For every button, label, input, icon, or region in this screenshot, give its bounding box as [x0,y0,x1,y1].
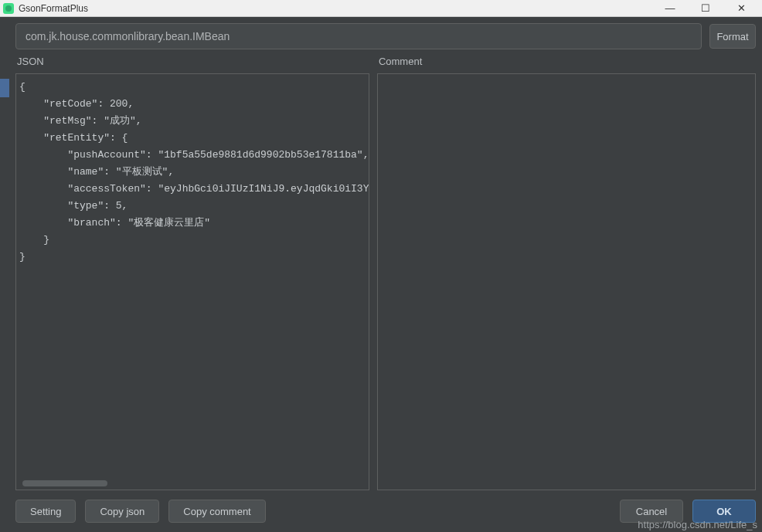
top-row: Format [15,23,756,49]
json-horizontal-scrollbar[interactable] [22,480,107,486]
json-text[interactable]: { "retCode": 200, "retMsg": "成功", "retEn… [16,74,369,270]
footer-row: Setting Copy json Copy comment Cancel OK [15,500,756,526]
sidebar-highlight [0,79,9,97]
ok-button[interactable]: OK [692,500,756,523]
titlebar: GsonFormatPlus — ☐ ✕ [0,0,762,17]
comment-editor[interactable] [377,73,756,490]
dialog-body: Format JSON Comment { "retCode": 200, "r… [9,17,762,532]
window-controls: — ☐ ✕ [652,0,759,17]
comment-label: Comment [369,56,756,70]
copy-json-button[interactable]: Copy json [85,500,159,523]
json-label: JSON [15,56,369,70]
setting-button[interactable]: Setting [15,500,76,523]
copy-comment-button[interactable]: Copy comment [168,500,265,523]
class-path-input[interactable] [15,23,702,49]
comment-text[interactable] [378,74,755,83]
maximize-button[interactable]: ☐ [688,0,723,17]
cancel-button[interactable]: Cancel [620,500,683,523]
editors-row: { "retCode": 200, "retMsg": "成功", "retEn… [15,73,756,490]
json-editor[interactable]: { "retCode": 200, "retMsg": "成功", "retEn… [15,73,369,490]
window-title: GsonFormatPlus [19,3,652,14]
minimize-button[interactable]: — [652,0,688,17]
labels-row: JSON Comment [15,56,756,70]
app-icon [3,3,14,14]
close-button[interactable]: ✕ [723,0,759,17]
format-button[interactable]: Format [709,24,756,49]
sidebar-edge [0,17,9,532]
